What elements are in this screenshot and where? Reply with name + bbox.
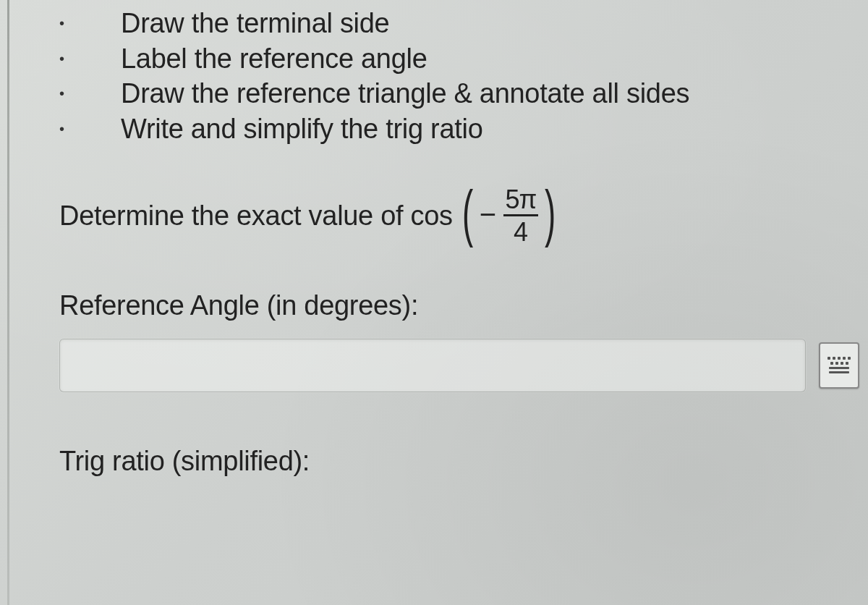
list-item: Label the reference angle <box>121 41 854 77</box>
math-keypad-button[interactable] <box>819 342 859 389</box>
math-expression: − 5π 4 <box>478 187 540 245</box>
fraction: 5π 4 <box>503 187 538 245</box>
right-paren: ) <box>545 184 556 241</box>
list-item: Draw the terminal side <box>121 6 854 41</box>
instruction-list: Draw the terminal side Label the referen… <box>59 6 854 147</box>
question-content: Draw the terminal side Label the referen… <box>0 6 868 477</box>
reference-angle-input[interactable] <box>59 339 806 392</box>
question-prompt: Determine the exact value of cos ( − 5π … <box>59 187 854 245</box>
list-item: Write and simplify the trig ratio <box>121 111 854 147</box>
left-paren: ( <box>462 184 473 241</box>
minus-sign: − <box>480 198 496 231</box>
keypad-icon <box>827 357 851 373</box>
fraction-denominator: 4 <box>503 214 538 245</box>
fraction-numerator: 5π <box>505 187 536 214</box>
reference-angle-row <box>59 339 854 392</box>
question-text: Determine the exact value of cos <box>59 200 453 232</box>
reference-angle-label: Reference Angle (in degrees): <box>59 290 854 321</box>
list-item: Draw the reference triangle & annotate a… <box>121 76 854 111</box>
trig-ratio-label: Trig ratio (simplified): <box>59 446 854 477</box>
